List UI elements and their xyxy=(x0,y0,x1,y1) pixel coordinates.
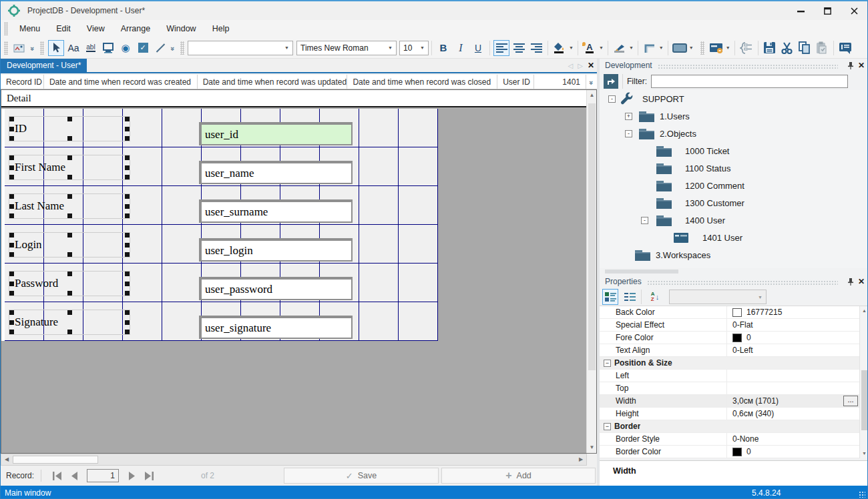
ellipsis-button[interactable]: ... xyxy=(843,396,858,406)
tree-horizontal-scrollbar[interactable] xyxy=(600,268,868,275)
select-tool-button[interactable] xyxy=(48,40,64,56)
close-panel-icon[interactable]: ✕ xyxy=(858,61,865,70)
resize-grip[interactable] xyxy=(859,491,865,498)
rectangle-style-button[interactable] xyxy=(672,40,688,56)
menu-item-menu[interactable]: Menu xyxy=(11,20,48,37)
chevron-down-icon[interactable]: ▼ xyxy=(599,45,604,50)
field-user-name[interactable]: user_name xyxy=(199,161,353,184)
maximize-button[interactable] xyxy=(814,1,841,20)
radio-tool-button[interactable]: ◉ xyxy=(118,40,134,56)
paste-button[interactable] xyxy=(814,40,830,56)
scroll-down-icon[interactable]: ▼ xyxy=(587,442,597,453)
italic-button[interactable]: I xyxy=(453,40,469,56)
scrollbar-thumb[interactable] xyxy=(588,103,596,370)
field-user-surname[interactable]: user_surname xyxy=(199,199,353,223)
pin-icon[interactable] xyxy=(847,61,854,69)
tree-item-1401-user[interactable]: 1401 User xyxy=(600,229,868,246)
tab-scroll-right-icon[interactable]: ▷ xyxy=(578,62,583,69)
toolbar-grip[interactable] xyxy=(40,41,44,55)
font-family-combobox[interactable]: Times New Roman▼ xyxy=(296,41,397,55)
sort-az-button[interactable]: AZ↓ xyxy=(647,289,663,305)
label-login[interactable]: Login xyxy=(9,232,130,258)
menu-item-arrange[interactable]: Arrange xyxy=(113,20,158,37)
chevron-down-icon[interactable]: ▼ xyxy=(659,45,664,50)
collapse-icon[interactable]: - xyxy=(608,95,616,103)
form-design-canvas[interactable]: Detail ID user_id First Name user_name L… xyxy=(1,89,597,454)
expand-icon[interactable]: + xyxy=(625,113,632,120)
scrollbar-thumb[interactable] xyxy=(13,456,98,464)
scrollbar-thumb[interactable] xyxy=(605,270,678,274)
column-1401[interactable]: 1401 xyxy=(534,75,586,89)
scroll-left-icon[interactable]: ◀ xyxy=(1,454,12,465)
scroll-right-icon[interactable]: ▶ xyxy=(576,454,586,465)
underline-button[interactable]: U xyxy=(470,40,486,56)
menu-item-help[interactable]: Help xyxy=(204,20,238,37)
toolbar-grip[interactable] xyxy=(180,41,184,55)
detail-band-header[interactable]: Detail xyxy=(1,90,586,107)
collapse-icon[interactable]: − xyxy=(604,423,611,430)
tree-item-1300-customer[interactable]: 1300 Customer xyxy=(600,194,868,211)
properties-scrollbar[interactable]: ▲ ▼ xyxy=(859,306,868,458)
tab-scroll-left-icon[interactable]: ◁ xyxy=(568,62,574,69)
field-user-id[interactable]: user_id xyxy=(199,122,353,145)
tab-close-icon[interactable]: ✕ xyxy=(588,61,594,70)
property-fore-color[interactable]: Fore Color 0 xyxy=(600,332,859,344)
property-border-style[interactable]: Border Style 0-None xyxy=(600,433,859,446)
tree-item-objects[interactable]: - 2.Objects xyxy=(600,125,868,142)
add-record-button[interactable]: + Add xyxy=(441,468,596,484)
collapse-icon[interactable]: - xyxy=(625,130,632,137)
align-center-button[interactable] xyxy=(511,40,527,56)
tree-item-users[interactable]: + 1.Users xyxy=(600,107,868,125)
object-selector-combobox[interactable]: ▼ xyxy=(669,290,767,304)
style-combobox[interactable]: ▼ xyxy=(188,41,293,55)
property-border-color[interactable]: Border Color 0 xyxy=(600,446,859,458)
property-special-effect[interactable]: Special Effect 0-Flat xyxy=(600,319,859,332)
toolbar-grip[interactable] xyxy=(4,41,8,55)
scrollbar-thumb[interactable] xyxy=(861,370,868,430)
alphabetical-view-button[interactable] xyxy=(622,289,638,305)
previous-record-button[interactable] xyxy=(67,468,81,483)
toolbar-grip[interactable] xyxy=(4,22,8,35)
scroll-down-icon[interactable]: ▼ xyxy=(860,449,868,458)
cut-button[interactable] xyxy=(779,40,795,56)
copy-button[interactable] xyxy=(797,40,813,56)
menu-item-window[interactable]: Window xyxy=(158,20,204,37)
chevron-down-icon[interactable]: ▼ xyxy=(629,45,634,50)
form-window-button[interactable] xyxy=(708,40,724,56)
menu-item-view[interactable]: View xyxy=(79,20,113,37)
font-color-button[interactable]: A xyxy=(582,40,598,56)
categorized-view-button[interactable] xyxy=(602,289,618,305)
toolbar-overflow-icon[interactable]: » xyxy=(29,44,37,52)
bold-button[interactable]: B xyxy=(435,40,451,56)
label-first-name[interactable]: First Name xyxy=(9,155,130,180)
last-record-button[interactable] xyxy=(142,468,156,483)
menu-item-edit[interactable]: Edit xyxy=(48,20,79,37)
property-text-align[interactable]: Text Align 0-Left xyxy=(600,344,859,357)
collapse-icon[interactable]: − xyxy=(604,360,611,367)
tree-item-support[interactable]: - SUPPORT xyxy=(600,90,868,107)
font-size-combobox[interactable]: 10▼ xyxy=(399,41,429,55)
collapse-icon[interactable]: - xyxy=(641,217,648,224)
column-overflow-button[interactable]: » xyxy=(586,75,597,89)
chevron-down-icon[interactable]: ▼ xyxy=(726,45,730,50)
tree-item-1100-status[interactable]: 1100 Status xyxy=(600,159,868,177)
first-record-button[interactable] xyxy=(49,468,64,483)
save-button[interactable] xyxy=(762,40,778,56)
chevron-down-icon[interactable]: ▼ xyxy=(569,45,574,50)
field-user-signature[interactable]: user_signature xyxy=(199,316,353,339)
property-top[interactable]: Top xyxy=(600,382,859,395)
tree-item-1200-comment[interactable]: 1200 Comment xyxy=(600,177,868,194)
field-user-login[interactable]: user_login xyxy=(199,238,353,262)
tab-development-user[interactable]: Development - User* xyxy=(1,59,87,72)
border-corner-button[interactable] xyxy=(642,40,658,56)
record-number-input[interactable] xyxy=(87,469,119,482)
textbox-tool-button[interactable]: abl xyxy=(83,40,99,56)
category-border[interactable]: − Border xyxy=(600,420,859,433)
tree-item-workspaces[interactable]: 3.Workspaces xyxy=(600,246,868,264)
checkbox-tool-button[interactable]: ✓ xyxy=(135,40,151,56)
design-grid-surface[interactable]: ID user_id First Name user_name Last Nam… xyxy=(5,109,438,341)
tree-item-1000-ticket[interactable]: 1000 Ticket xyxy=(600,142,868,159)
minimize-button[interactable] xyxy=(787,1,814,20)
line-tool-button[interactable] xyxy=(152,40,168,56)
close-button[interactable] xyxy=(841,1,867,20)
